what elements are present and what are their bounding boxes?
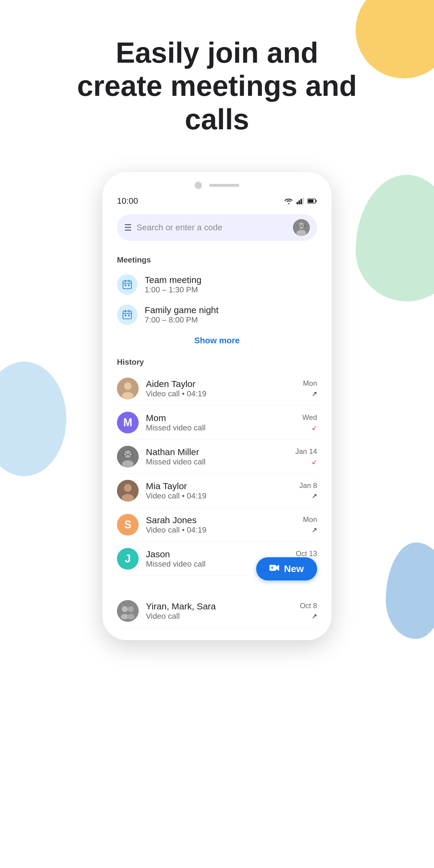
phone-wrapper: 10:00 <box>0 160 434 664</box>
history-item-group[interactable]: Yiran, Mark, Sara Video call Oct 8 ↗ <box>117 576 317 628</box>
svg-point-40 <box>122 494 134 501</box>
meetings-section-title: Meetings <box>117 255 317 265</box>
svg-point-44 <box>117 600 138 622</box>
hamburger-icon[interactable]: ☰ <box>124 223 132 233</box>
svg-point-46 <box>128 606 134 612</box>
history-item-jason[interactable]: J Jason Missed video call Oct 13 ↙ <box>117 542 317 576</box>
missed-call-icon-mom: ↙ <box>312 424 317 432</box>
new-meeting-button[interactable]: New <box>256 557 317 581</box>
group-meta: Oct 8 ↗ <box>300 601 317 620</box>
svg-point-48 <box>127 614 135 619</box>
mom-subtitle: Missed video call <box>146 423 295 433</box>
phone-speaker <box>209 184 239 187</box>
history-section-title: History <box>117 358 317 367</box>
group-info: Yiran, Mark, Sara Video call <box>146 601 293 621</box>
mia-info: Mia Taylor Video call • 04:19 <box>146 481 292 501</box>
sarah-date: Mon <box>303 516 317 524</box>
status-time: 10:00 <box>117 196 138 206</box>
search-input-placeholder[interactable]: Search or enter a code <box>136 223 288 232</box>
phone-camera <box>195 182 202 189</box>
meeting-item-family[interactable]: Family game night 7:00 – 8:00 PM <box>117 300 317 330</box>
avatar-jason: J <box>117 548 138 569</box>
family-meeting-time: 7:00 – 8:00 PM <box>145 315 317 324</box>
meeting-item-team[interactable]: Team meeting 1:00 – 1:30 PM <box>117 270 317 300</box>
avatar-mia <box>117 480 138 501</box>
mia-date: Jan 8 <box>299 481 317 490</box>
svg-point-39 <box>124 484 132 492</box>
nathan-subtitle: Missed video call <box>146 457 288 467</box>
nathan-meta: Jan 14 ↙ <box>296 447 317 466</box>
history-item-mom[interactable]: M Mom Missed video call Wed ↙ <box>117 406 317 440</box>
user-avatar[interactable] <box>293 219 310 236</box>
sarah-meta: Mon ↗ <box>303 516 317 534</box>
phone-frame: 10:00 <box>102 172 332 640</box>
group-name: Yiran, Mark, Sara <box>146 601 293 612</box>
team-meeting-info: Team meeting 1:00 – 1:30 PM <box>145 275 317 294</box>
screen-content: ☰ Search or enter a code <box>102 208 332 640</box>
phone-top-bezel <box>102 179 332 194</box>
signal-icon <box>297 198 304 204</box>
meeting-icon-family <box>117 304 137 325</box>
avatar-group <box>117 600 138 622</box>
wifi-icon <box>284 198 293 204</box>
mom-date: Wed <box>302 413 317 422</box>
history-item-mia[interactable]: Mia Taylor Video call • 04:19 Jan 8 ↗ <box>117 474 317 508</box>
status-bar: 10:00 <box>102 194 332 208</box>
show-more-button[interactable]: Show more <box>117 330 317 351</box>
mom-info: Mom Missed video call <box>146 413 295 433</box>
svg-rect-0 <box>297 202 298 204</box>
jason-info: Jason Missed video call <box>146 549 274 569</box>
sarah-info: Sarah Jones Video call • 04:19 <box>146 515 296 535</box>
svg-rect-21 <box>123 311 131 319</box>
svg-rect-6 <box>316 200 317 202</box>
group-subtitle: Video call <box>146 612 293 621</box>
mom-meta: Wed ↙ <box>302 413 317 432</box>
hero-title: Easily join and create meetings and call… <box>72 36 362 136</box>
avatar-aiden <box>117 378 138 399</box>
history-item-aiden[interactable]: Aiden Taylor Video call • 04:19 Mon ↗ <box>117 372 317 406</box>
history-item-nathan[interactable]: Nathan Miller Missed video call Jan 14 ↙ <box>117 440 317 474</box>
svg-rect-43 <box>271 567 274 568</box>
jason-subtitle: Missed video call <box>146 559 274 569</box>
sarah-subtitle: Video call • 04:19 <box>146 525 296 535</box>
new-button-label: New <box>284 563 304 575</box>
svg-rect-5 <box>308 199 313 203</box>
family-meeting-info: Family game night 7:00 – 8:00 PM <box>145 305 317 324</box>
avatar-nathan <box>117 446 138 467</box>
svg-point-45 <box>122 606 128 612</box>
hero-section: Easily join and create meetings and call… <box>0 0 434 160</box>
status-icons <box>284 198 317 204</box>
outgoing-call-icon-mia: ↗ <box>312 492 317 500</box>
avatar-sarah: S <box>117 514 138 535</box>
outgoing-call-icon-group: ↗ <box>312 613 317 620</box>
svg-point-9 <box>297 230 306 236</box>
svg-rect-25 <box>125 315 126 316</box>
battery-icon <box>307 198 317 204</box>
svg-rect-36 <box>129 453 132 456</box>
meetings-section: Meetings Team meetin <box>117 255 317 351</box>
mia-meta: Jan 8 ↗ <box>299 481 317 500</box>
nathan-name: Nathan Miller <box>146 447 288 457</box>
svg-rect-35 <box>123 453 127 456</box>
outgoing-call-icon-sarah: ↗ <box>312 526 317 534</box>
mom-name: Mom <box>146 413 295 423</box>
sarah-name: Sarah Jones <box>146 515 296 525</box>
group-date: Oct 8 <box>300 601 317 610</box>
jason-date: Oct 13 <box>296 550 317 558</box>
search-bar[interactable]: ☰ Search or enter a code <box>117 214 317 241</box>
svg-rect-26 <box>128 315 130 316</box>
svg-point-31 <box>122 393 133 399</box>
svg-rect-19 <box>125 284 126 286</box>
history-item-sarah[interactable]: S Sarah Jones Video call • 04:19 Mon ↗ <box>117 508 317 542</box>
mia-subtitle: Video call • 04:19 <box>146 491 292 501</box>
svg-rect-1 <box>299 200 300 204</box>
aiden-meta: Mon ↗ <box>303 379 317 398</box>
missed-call-icon-nathan: ↙ <box>312 458 317 466</box>
family-meeting-name: Family game night <box>145 305 317 315</box>
svg-rect-15 <box>123 281 131 289</box>
svg-point-34 <box>122 460 133 467</box>
outgoing-call-icon-aiden: ↗ <box>312 390 317 398</box>
avatar-mom: M <box>117 412 138 433</box>
svg-rect-20 <box>128 284 130 286</box>
nathan-info: Nathan Miller Missed video call <box>146 447 288 467</box>
